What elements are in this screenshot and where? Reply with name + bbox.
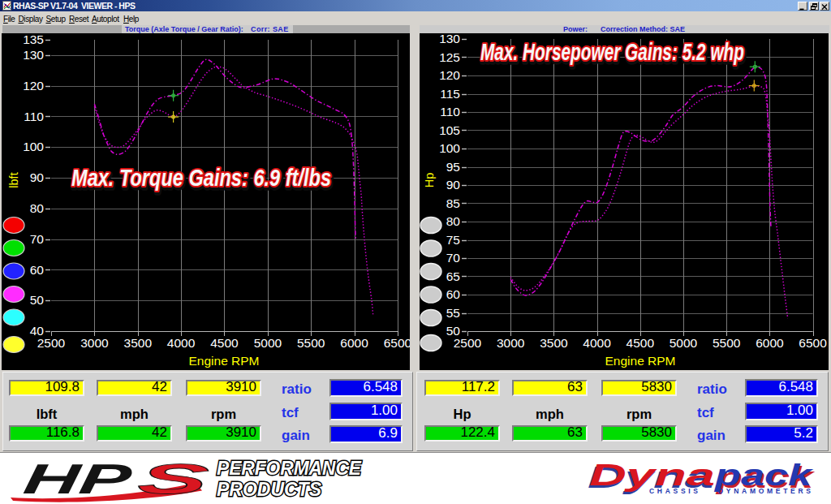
svg-text:65: 65 [446, 269, 460, 283]
svg-text:95: 95 [446, 160, 460, 174]
svg-text:6500: 6500 [384, 336, 410, 350]
svg-text:100: 100 [23, 140, 44, 153]
svg-text:125: 125 [439, 50, 460, 64]
svg-text:2500: 2500 [454, 336, 482, 350]
svg-text:S: S [135, 455, 211, 502]
svg-text:75: 75 [446, 233, 460, 247]
svg-text:Engine RPM: Engine RPM [188, 354, 259, 368]
svg-text:50: 50 [30, 293, 45, 307]
svg-text:85: 85 [446, 196, 460, 210]
svg-text:Max. Torque Gains: 6.9 ft/lbs: Max. Torque Gains: 6.9 ft/lbs [71, 164, 331, 191]
svg-text:3000: 3000 [497, 336, 525, 350]
svg-text:3000: 3000 [80, 336, 109, 350]
svg-text:80: 80 [30, 201, 45, 215]
svg-text:70: 70 [446, 251, 461, 265]
svg-text:50: 50 [446, 324, 461, 338]
svg-text:HP: HP [20, 455, 134, 502]
svg-text:60: 60 [446, 287, 461, 301]
svg-text:Hp: Hp [423, 173, 436, 188]
svg-text:5500: 5500 [297, 336, 325, 350]
svg-text:4000: 4000 [167, 336, 196, 350]
svg-text:3500: 3500 [124, 336, 153, 350]
svg-text:115: 115 [440, 87, 460, 101]
svg-text:130: 130 [23, 48, 44, 62]
svg-text:135: 135 [23, 33, 44, 46]
svg-text:4500: 4500 [626, 336, 655, 350]
svg-text:6500: 6500 [799, 336, 827, 350]
svg-text:PERFORMANCE: PERFORMANCE [217, 458, 362, 479]
svg-text:70: 70 [30, 232, 45, 246]
svg-text:130: 130 [439, 33, 460, 45]
svg-text:110: 110 [440, 105, 460, 118]
svg-text:PRODUCTS: PRODUCTS [217, 479, 321, 500]
svg-text:90: 90 [30, 170, 45, 184]
svg-text:5500: 5500 [713, 336, 741, 350]
svg-text:60: 60 [30, 263, 45, 277]
svg-text:120: 120 [23, 79, 44, 93]
svg-text:5000: 5000 [670, 336, 698, 350]
svg-text:4500: 4500 [210, 336, 239, 350]
svg-text:Engine RPM: Engine RPM [605, 354, 675, 368]
svg-text:2500: 2500 [37, 336, 66, 350]
svg-text:80: 80 [446, 214, 461, 228]
svg-text:5000: 5000 [254, 336, 282, 350]
svg-text:lbft: lbft [7, 172, 20, 187]
svg-text:55: 55 [446, 306, 460, 320]
svg-text:40: 40 [30, 324, 45, 338]
svg-text:105: 105 [439, 123, 460, 137]
svg-text:4000: 4000 [583, 336, 611, 350]
svg-text:110: 110 [24, 110, 44, 123]
svg-text:3500: 3500 [540, 336, 568, 350]
svg-text:90: 90 [446, 178, 461, 192]
svg-text:100: 100 [439, 141, 460, 155]
svg-text:120: 120 [439, 68, 460, 82]
svg-text:Max. Horsepower Gains: 5.2 wh: Max. Horsepower Gains: 5.2 whp [480, 38, 744, 65]
svg-text:6000: 6000 [340, 336, 368, 350]
svg-text:6000: 6000 [756, 336, 784, 350]
